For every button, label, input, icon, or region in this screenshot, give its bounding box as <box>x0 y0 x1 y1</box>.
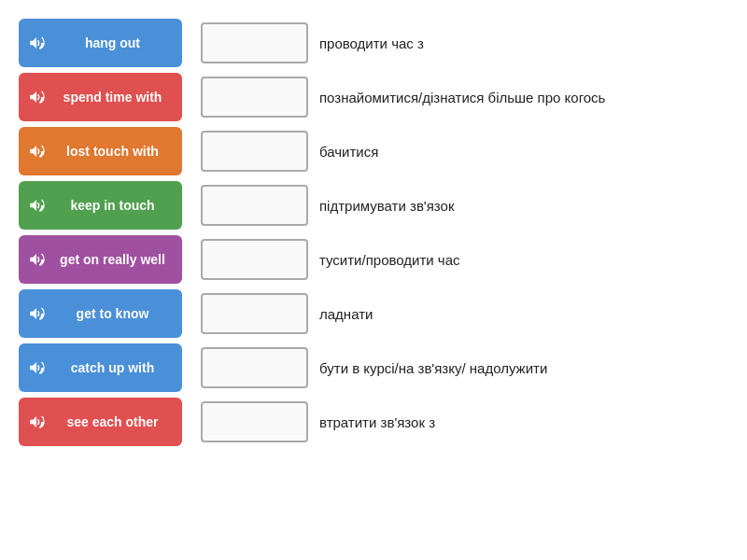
word-btn-get-on-really-well[interactable]: get on really well <box>19 235 182 284</box>
match-row-r2: познайомитися/дізнатися більше про когос… <box>201 73 728 121</box>
match-label-r8: втратити зв'язок з <box>319 413 728 432</box>
word-btn-hang-out[interactable]: hang out <box>19 19 182 67</box>
match-label-r1: проводити час з <box>319 34 728 53</box>
btn-label-get-on-really-well: get on really well <box>52 251 173 268</box>
btn-label-lost-touch-with: lost touch with <box>52 143 173 160</box>
word-btn-catch-up-with[interactable]: catch up with <box>19 343 182 392</box>
match-row-r1: проводити час з <box>201 19 728 67</box>
btn-label-hang-out: hang out <box>52 35 173 51</box>
match-box-r5[interactable] <box>201 239 308 280</box>
match-label-r5: тусити/проводити час <box>319 250 728 270</box>
match-row-r6: ладнати <box>201 289 728 338</box>
right-column: проводити час зпознайомитися/дізнатися б… <box>201 19 728 541</box>
word-btn-lost-touch-with[interactable]: lost touch with <box>19 127 182 175</box>
btn-label-spend-time-with: spend time with <box>52 89 173 105</box>
match-box-r6[interactable] <box>201 293 308 334</box>
speaker-icon <box>28 35 45 51</box>
match-label-r6: ладнати <box>319 304 728 324</box>
match-box-r3[interactable] <box>201 131 308 172</box>
word-btn-see-each-other[interactable]: see each other <box>19 398 182 446</box>
word-btn-get-to-know[interactable]: get to know <box>19 289 182 338</box>
speaker-icon <box>28 89 45 105</box>
match-row-r5: тусити/проводити час <box>201 235 728 284</box>
match-box-r7[interactable] <box>201 347 308 388</box>
match-box-r8[interactable] <box>201 401 308 442</box>
btn-label-catch-up-with: catch up with <box>52 359 173 376</box>
speaker-icon <box>28 359 45 376</box>
match-label-r2: познайомитися/дізнатися більше про когос… <box>319 88 728 107</box>
btn-label-see-each-other: see each other <box>52 413 173 430</box>
main-container: hang out spend time with lost touch with… <box>0 0 747 560</box>
btn-label-keep-in-touch: keep in touch <box>52 197 173 214</box>
speaker-icon <box>28 197 45 214</box>
word-btn-spend-time-with[interactable]: spend time with <box>19 73 182 121</box>
match-label-r7: бути в курсі/на зв'язку/ надолужити <box>319 358 728 378</box>
match-box-r1[interactable] <box>201 22 308 63</box>
match-row-r7: бути в курсі/на зв'язку/ надолужити <box>201 343 728 392</box>
speaker-icon <box>28 143 45 160</box>
btn-label-get-to-know: get to know <box>52 305 173 322</box>
speaker-icon <box>28 413 45 430</box>
match-label-r4: підтримувати зв'язок <box>319 196 728 216</box>
match-label-r3: бачитися <box>319 142 728 161</box>
match-box-r4[interactable] <box>201 185 308 226</box>
speaker-icon <box>28 251 45 268</box>
speaker-icon <box>28 305 45 322</box>
left-column: hang out spend time with lost touch with… <box>19 19 182 541</box>
match-box-r2[interactable] <box>201 77 308 118</box>
match-row-r8: втратити зв'язок з <box>201 398 728 446</box>
match-row-r4: підтримувати зв'язок <box>201 181 728 230</box>
match-row-r3: бачитися <box>201 127 728 175</box>
word-btn-keep-in-touch[interactable]: keep in touch <box>19 181 182 230</box>
